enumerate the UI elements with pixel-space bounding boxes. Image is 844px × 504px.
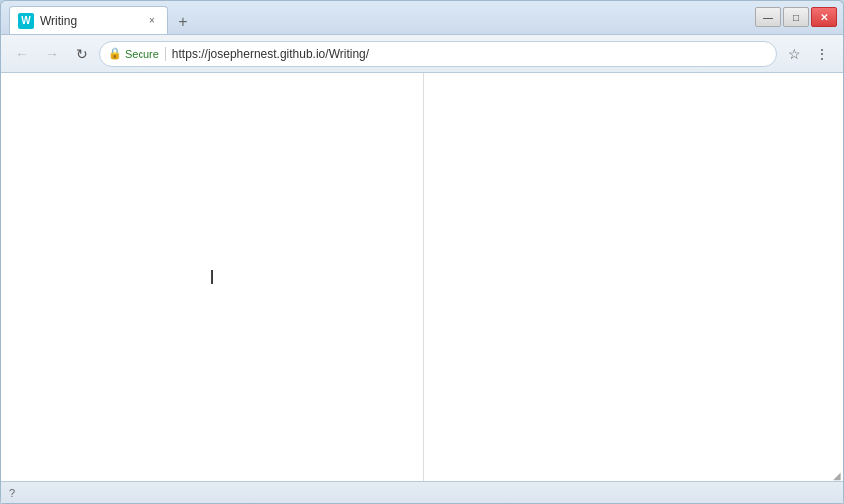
menu-button[interactable]: ⋮ <box>809 41 835 67</box>
secure-label: Secure <box>125 48 159 60</box>
address-divider <box>165 47 166 61</box>
minimize-button[interactable]: — <box>755 7 781 27</box>
secure-badge: 🔒 Secure <box>108 47 159 60</box>
close-button[interactable]: ✕ <box>811 7 837 27</box>
url-input[interactable] <box>172 47 768 61</box>
window-controls: — □ ✕ <box>755 7 837 27</box>
left-panel[interactable]: I <box>1 73 424 481</box>
tab-title: Writing <box>40 14 140 28</box>
resize-handle[interactable]: ◢ <box>831 469 843 481</box>
tab-area: W Writing × + <box>5 1 196 34</box>
menu-icon: ⋮ <box>815 46 829 62</box>
bookmark-icon: ☆ <box>788 46 801 62</box>
page-content: I ◢ <box>1 73 843 481</box>
new-tab-button[interactable]: + <box>170 10 196 34</box>
address-bar[interactable]: 🔒 Secure <box>99 41 777 67</box>
back-icon: ← <box>15 46 29 62</box>
title-bar: W Writing × + — □ ✕ <box>1 1 843 35</box>
refresh-icon: ↻ <box>76 46 88 62</box>
forward-icon: → <box>45 46 59 62</box>
right-panel: ◢ <box>424 73 843 481</box>
refresh-button[interactable]: ↻ <box>69 41 95 67</box>
text-cursor: I <box>209 266 215 289</box>
maximize-button[interactable]: □ <box>783 7 809 27</box>
active-tab[interactable]: W Writing × <box>9 6 168 34</box>
forward-button[interactable]: → <box>39 41 65 67</box>
status-bar: ? <box>1 481 843 503</box>
toolbar: ← → ↻ 🔒 Secure ☆ ⋮ <box>1 35 843 73</box>
back-button[interactable]: ← <box>9 41 35 67</box>
toolbar-actions: ☆ ⋮ <box>781 41 835 67</box>
status-text: ? <box>9 487 15 499</box>
tab-favicon: W <box>18 13 34 29</box>
tab-close-button[interactable]: × <box>145 14 159 28</box>
bookmark-button[interactable]: ☆ <box>781 41 807 67</box>
browser-window: W Writing × + — □ ✕ ← <box>0 0 844 504</box>
lock-icon: 🔒 <box>108 47 122 60</box>
